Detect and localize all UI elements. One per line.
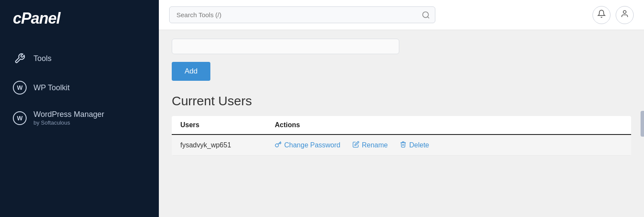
- search-input[interactable]: [169, 6, 435, 23]
- notifications-button[interactable]: [592, 6, 611, 24]
- sidebar-navigation: Tools W WP Toolkit W WordPress Manager b…: [0, 37, 159, 141]
- cpanel-logo-text: cPanel: [13, 9, 60, 28]
- key-icon: [275, 141, 282, 149]
- sidebar: cPanel Tools W WP Toolkit W WordPre: [0, 0, 159, 217]
- search-icon: [422, 11, 430, 19]
- table-row: fysadvyk_wp651 Change Password: [172, 134, 631, 156]
- svg-point-2: [623, 11, 626, 14]
- wp-toolkit-icon: W: [13, 81, 27, 95]
- header: [159, 0, 644, 30]
- sidebar-item-label-wp-toolkit: WP Toolkit: [33, 83, 70, 92]
- scroll-indicator: [641, 111, 644, 137]
- add-button[interactable]: Add: [172, 62, 210, 81]
- pencil-icon: [352, 141, 359, 149]
- column-header-actions: Actions: [266, 116, 631, 134]
- main-area: Add Current Users Users Actions fysadvyk…: [159, 0, 644, 217]
- search-button[interactable]: [422, 11, 430, 19]
- sidebar-item-wp-toolkit[interactable]: W WP Toolkit: [0, 75, 159, 101]
- sidebar-item-wordpress-manager[interactable]: W WordPress Manager by Softaculous: [0, 104, 159, 132]
- column-header-users: Users: [172, 116, 266, 134]
- change-password-label: Change Password: [284, 141, 340, 149]
- sidebar-logo: cPanel: [0, 0, 159, 37]
- change-password-link[interactable]: Change Password: [275, 141, 340, 149]
- sidebar-item-sublabel-wordpress-manager: by Softaculous: [33, 119, 104, 126]
- rename-link[interactable]: Rename: [352, 141, 388, 149]
- partial-input-element: [172, 39, 399, 54]
- username-cell: fysadvyk_wp651: [172, 134, 266, 156]
- sidebar-item-label-wordpress-manager: WordPress Manager: [33, 110, 104, 119]
- current-users-title: Current Users: [172, 94, 631, 108]
- bell-icon: [597, 9, 606, 20]
- action-links: Change Password Rename: [275, 141, 623, 149]
- wordpress-manager-icon: W: [13, 111, 27, 125]
- table-body: fysadvyk_wp651 Change Password: [172, 134, 631, 156]
- trash-icon: [400, 141, 407, 149]
- actions-cell: Change Password Rename: [266, 134, 631, 156]
- user-profile-button[interactable]: [616, 6, 634, 24]
- sidebar-item-label-tools: Tools: [33, 54, 52, 63]
- delete-link[interactable]: Delete: [400, 141, 429, 149]
- content-area: Add Current Users Users Actions fysadvyk…: [159, 30, 644, 217]
- delete-label: Delete: [409, 141, 429, 149]
- svg-point-0: [423, 12, 428, 17]
- search-container: [169, 6, 435, 23]
- tools-icon: [13, 52, 27, 65]
- users-table: Users Actions fysadvyk_wp651: [172, 116, 631, 156]
- user-icon: [620, 9, 629, 20]
- sidebar-item-tools[interactable]: Tools: [0, 46, 159, 71]
- svg-line-1: [428, 16, 429, 18]
- table-header: Users Actions: [172, 116, 631, 134]
- rename-label: Rename: [362, 141, 388, 149]
